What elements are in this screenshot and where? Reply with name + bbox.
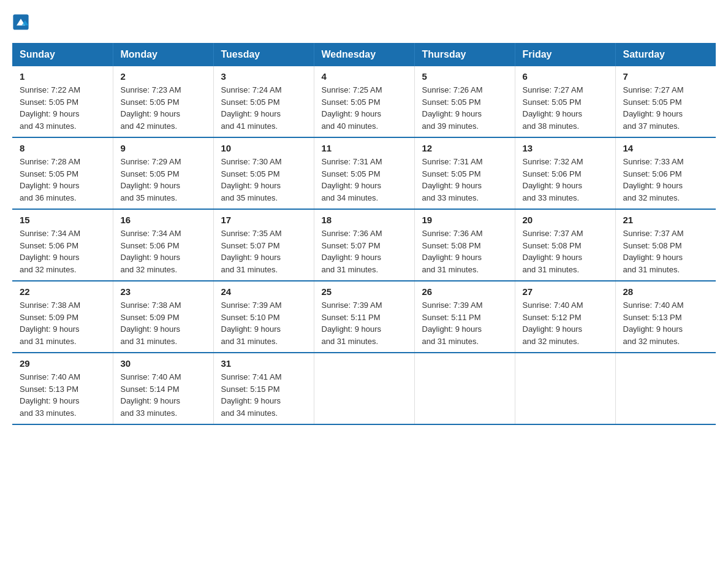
day-info: Sunrise: 7:28 AM Sunset: 5:05 PM Dayligh… — [20, 156, 105, 204]
day-number: 4 — [322, 71, 407, 82]
calendar-cell: 4 Sunrise: 7:25 AM Sunset: 5:05 PM Dayli… — [314, 66, 414, 137]
day-number: 21 — [623, 215, 709, 225]
header-thursday: Thursday — [414, 43, 515, 66]
week-row-2: 8 Sunrise: 7:28 AM Sunset: 5:05 PM Dayli… — [12, 137, 716, 209]
week-row-4: 22 Sunrise: 7:38 AM Sunset: 5:09 PM Dayl… — [12, 281, 716, 353]
day-number: 6 — [523, 71, 608, 82]
calendar-cell: 16 Sunrise: 7:34 AM Sunset: 5:06 PM Dayl… — [113, 209, 213, 281]
calendar-cell: 27 Sunrise: 7:40 AM Sunset: 5:12 PM Dayl… — [515, 281, 615, 353]
day-info: Sunrise: 7:30 AM Sunset: 5:05 PM Dayligh… — [221, 156, 306, 204]
day-number: 13 — [523, 143, 608, 153]
calendar-cell: 18 Sunrise: 7:36 AM Sunset: 5:07 PM Dayl… — [314, 209, 414, 281]
calendar-cell — [314, 353, 414, 424]
day-number: 29 — [20, 358, 105, 369]
calendar-cell: 11 Sunrise: 7:31 AM Sunset: 5:05 PM Dayl… — [314, 137, 414, 209]
day-info: Sunrise: 7:40 AM Sunset: 5:12 PM Dayligh… — [523, 299, 608, 347]
day-number: 12 — [422, 143, 507, 153]
day-info: Sunrise: 7:34 AM Sunset: 5:06 PM Dayligh… — [20, 228, 105, 275]
page-header — [12, 12, 716, 31]
day-info: Sunrise: 7:33 AM Sunset: 5:06 PM Dayligh… — [623, 156, 709, 204]
day-info: Sunrise: 7:41 AM Sunset: 5:15 PM Dayligh… — [221, 371, 306, 419]
calendar-cell: 26 Sunrise: 7:39 AM Sunset: 5:11 PM Dayl… — [414, 281, 515, 353]
calendar-table: SundayMondayTuesdayWednesdayThursdayFrid… — [12, 43, 716, 425]
calendar-cell: 25 Sunrise: 7:39 AM Sunset: 5:11 PM Dayl… — [314, 281, 414, 353]
day-info: Sunrise: 7:37 AM Sunset: 5:08 PM Dayligh… — [623, 228, 709, 275]
day-number: 8 — [20, 143, 105, 153]
header-tuesday: Tuesday — [213, 43, 314, 66]
day-info: Sunrise: 7:39 AM Sunset: 5:10 PM Dayligh… — [221, 299, 306, 347]
calendar-cell: 17 Sunrise: 7:35 AM Sunset: 5:07 PM Dayl… — [213, 209, 314, 281]
calendar-cell — [414, 353, 515, 424]
calendar-cell: 21 Sunrise: 7:37 AM Sunset: 5:08 PM Dayl… — [615, 209, 716, 281]
calendar-cell — [515, 353, 615, 424]
week-row-3: 15 Sunrise: 7:34 AM Sunset: 5:06 PM Dayl… — [12, 209, 716, 281]
day-number: 14 — [623, 143, 709, 153]
day-number: 16 — [121, 215, 206, 225]
day-info: Sunrise: 7:25 AM Sunset: 5:05 PM Dayligh… — [322, 84, 407, 132]
calendar-cell — [615, 353, 716, 424]
calendar-cell: 20 Sunrise: 7:37 AM Sunset: 5:08 PM Dayl… — [515, 209, 615, 281]
day-number: 27 — [523, 286, 608, 297]
day-info: Sunrise: 7:27 AM Sunset: 5:05 PM Dayligh… — [523, 84, 608, 132]
day-info: Sunrise: 7:37 AM Sunset: 5:08 PM Dayligh… — [523, 228, 608, 275]
calendar-cell: 7 Sunrise: 7:27 AM Sunset: 5:05 PM Dayli… — [615, 66, 716, 137]
week-row-1: 1 Sunrise: 7:22 AM Sunset: 5:05 PM Dayli… — [12, 66, 716, 137]
header-monday: Monday — [113, 43, 213, 66]
day-number: 23 — [121, 286, 206, 297]
calendar-cell: 15 Sunrise: 7:34 AM Sunset: 5:06 PM Dayl… — [12, 209, 113, 281]
day-info: Sunrise: 7:22 AM Sunset: 5:05 PM Dayligh… — [20, 84, 105, 132]
day-number: 20 — [523, 215, 608, 225]
calendar-cell: 30 Sunrise: 7:40 AM Sunset: 5:14 PM Dayl… — [113, 353, 213, 424]
day-number: 25 — [322, 286, 407, 297]
day-number: 17 — [221, 215, 306, 225]
day-number: 9 — [121, 143, 206, 153]
day-number: 15 — [20, 215, 105, 225]
day-info: Sunrise: 7:32 AM Sunset: 5:06 PM Dayligh… — [523, 156, 608, 204]
calendar-cell: 28 Sunrise: 7:40 AM Sunset: 5:13 PM Dayl… — [615, 281, 716, 353]
calendar-cell: 23 Sunrise: 7:38 AM Sunset: 5:09 PM Dayl… — [113, 281, 213, 353]
day-info: Sunrise: 7:24 AM Sunset: 5:05 PM Dayligh… — [221, 84, 306, 132]
day-info: Sunrise: 7:31 AM Sunset: 5:05 PM Dayligh… — [322, 156, 407, 204]
calendar-cell: 31 Sunrise: 7:41 AM Sunset: 5:15 PM Dayl… — [213, 353, 314, 424]
day-info: Sunrise: 7:40 AM Sunset: 5:13 PM Dayligh… — [623, 299, 709, 347]
logo — [12, 12, 32, 31]
calendar-cell: 24 Sunrise: 7:39 AM Sunset: 5:10 PM Dayl… — [213, 281, 314, 353]
day-info: Sunrise: 7:34 AM Sunset: 5:06 PM Dayligh… — [121, 228, 206, 275]
calendar-header-row: SundayMondayTuesdayWednesdayThursdayFrid… — [12, 43, 716, 66]
day-info: Sunrise: 7:38 AM Sunset: 5:09 PM Dayligh… — [20, 299, 105, 347]
day-info: Sunrise: 7:27 AM Sunset: 5:05 PM Dayligh… — [623, 84, 709, 132]
calendar-cell: 6 Sunrise: 7:27 AM Sunset: 5:05 PM Dayli… — [515, 66, 615, 137]
day-info: Sunrise: 7:36 AM Sunset: 5:08 PM Dayligh… — [422, 228, 507, 275]
header-wednesday: Wednesday — [314, 43, 414, 66]
day-info: Sunrise: 7:31 AM Sunset: 5:05 PM Dayligh… — [422, 156, 507, 204]
calendar-cell: 14 Sunrise: 7:33 AM Sunset: 5:06 PM Dayl… — [615, 137, 716, 209]
header-sunday: Sunday — [12, 43, 113, 66]
day-number: 22 — [20, 286, 105, 297]
day-number: 11 — [322, 143, 407, 153]
day-number: 18 — [322, 215, 407, 225]
week-row-5: 29 Sunrise: 7:40 AM Sunset: 5:13 PM Dayl… — [12, 353, 716, 424]
day-number: 2 — [121, 71, 206, 82]
day-info: Sunrise: 7:26 AM Sunset: 5:05 PM Dayligh… — [422, 84, 507, 132]
calendar-cell: 10 Sunrise: 7:30 AM Sunset: 5:05 PM Dayl… — [213, 137, 314, 209]
day-info: Sunrise: 7:40 AM Sunset: 5:13 PM Dayligh… — [20, 371, 105, 419]
logo-icon — [12, 13, 29, 31]
calendar-cell: 22 Sunrise: 7:38 AM Sunset: 5:09 PM Dayl… — [12, 281, 113, 353]
header-friday: Friday — [515, 43, 615, 66]
calendar-cell: 9 Sunrise: 7:29 AM Sunset: 5:05 PM Dayli… — [113, 137, 213, 209]
day-number: 10 — [221, 143, 306, 153]
calendar-cell: 13 Sunrise: 7:32 AM Sunset: 5:06 PM Dayl… — [515, 137, 615, 209]
day-number: 3 — [221, 71, 306, 82]
day-number: 24 — [221, 286, 306, 297]
header-saturday: Saturday — [615, 43, 716, 66]
calendar-cell: 29 Sunrise: 7:40 AM Sunset: 5:13 PM Dayl… — [12, 353, 113, 424]
day-number: 31 — [221, 358, 306, 369]
calendar-cell: 8 Sunrise: 7:28 AM Sunset: 5:05 PM Dayli… — [12, 137, 113, 209]
calendar-cell: 2 Sunrise: 7:23 AM Sunset: 5:05 PM Dayli… — [113, 66, 213, 137]
day-info: Sunrise: 7:36 AM Sunset: 5:07 PM Dayligh… — [322, 228, 407, 275]
calendar-cell: 12 Sunrise: 7:31 AM Sunset: 5:05 PM Dayl… — [414, 137, 515, 209]
day-info: Sunrise: 7:29 AM Sunset: 5:05 PM Dayligh… — [121, 156, 206, 204]
day-number: 19 — [422, 215, 507, 225]
day-number: 26 — [422, 286, 507, 297]
day-number: 7 — [623, 71, 709, 82]
